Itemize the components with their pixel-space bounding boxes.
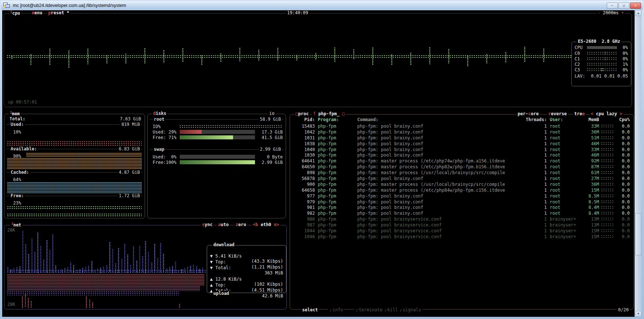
process-box: □proc f php-fpm_ □ per-core reverse tree… <box>290 114 634 309</box>
process-command: php-fpm: pool brainy.conf <box>357 153 523 158</box>
process-pid: 977 <box>292 194 315 199</box>
process-row[interactable]: 987 php-fpm php-fpm: pool brainyservice.… <box>290 222 633 228</box>
process-row[interactable]: 1040 php-fpm php-fpm: pool brainy.conf 1… <box>290 147 633 153</box>
footer-select[interactable]: select <box>301 307 319 312</box>
io-mode-toggle[interactable]: io <box>268 111 275 116</box>
process-pid: 986 <box>292 217 315 222</box>
reverse-toggle[interactable]: reverse <box>547 111 568 116</box>
net-zero-toggle[interactable]: zero <box>235 222 247 227</box>
footer-info[interactable]: info <box>328 307 344 312</box>
process-mem: 27M <box>584 176 599 181</box>
process-row[interactable]: 1044 php-fpm php-fpm: pool brainyservice… <box>290 228 633 234</box>
process-threads: 1 <box>523 188 547 193</box>
cpu-total-row: CPU 0% <box>575 45 628 50</box>
process-threads: 1 <box>523 199 547 204</box>
process-command: php-fpm: master process (/etc/php74w/php… <box>357 158 523 164</box>
process-user: root <box>550 194 584 199</box>
process-pid: 1038 <box>292 141 315 146</box>
process-row[interactable]: 64658 php-fpm php-fpm: master process (/… <box>290 187 633 193</box>
net-sync-toggle[interactable]: sync <box>201 222 214 227</box>
disks-box-title[interactable]: disks <box>152 111 167 116</box>
per-core-toggle[interactable]: per-core <box>517 111 540 116</box>
process-cpu: 0.0 <box>614 164 630 169</box>
upload-label: upload <box>212 291 230 296</box>
footer-kill[interactable]: kill <box>383 307 399 312</box>
process-row[interactable]: 900 php-fpm php-fpm: master process (/us… <box>290 181 633 187</box>
download-total-row: ▼ Total: 363 MiB <box>210 260 283 265</box>
process-mem: 15M <box>584 188 599 193</box>
iface-next-button[interactable]: n> <box>274 222 279 227</box>
process-box-title[interactable]: □proc <box>294 111 310 116</box>
process-row[interactable]: 64641 php-fpm php-fpm: master process (/… <box>290 158 633 164</box>
network-box-title[interactable]: 3net <box>10 222 22 228</box>
process-user: brainyser+ <box>550 222 584 228</box>
process-user: root <box>550 141 584 146</box>
process-mem-meter <box>601 235 614 238</box>
process-threads: 1 <box>523 205 547 210</box>
process-filter-input[interactable]: f php-fpm_ □ <box>312 111 346 116</box>
process-program: php-fpm <box>318 141 356 146</box>
process-pid: 1044 <box>292 228 315 233</box>
scroll-up-arrow[interactable]: ▲ <box>635 10 641 16</box>
process-row[interactable]: 1038 php-fpm php-fpm: pool brainy.conf 1… <box>290 141 633 147</box>
scroll-down-arrow[interactable]: ▼ <box>635 311 641 317</box>
minimize-button[interactable]: ─ <box>607 3 618 9</box>
process-user: brainyser+ <box>550 234 584 239</box>
process-mem: 33M <box>584 124 599 129</box>
process-program: php-fpm <box>318 130 356 135</box>
process-command: php-fpm: pool brainy.conf <box>357 211 523 216</box>
process-row[interactable]: 982 php-fpm php-fpm: pool brainy.conf 1 … <box>290 210 633 216</box>
process-row[interactable]: 1042 php-fpm php-fpm: pool brainy.conf 1… <box>290 129 633 135</box>
sort-prev-button[interactable]: < <box>591 111 593 116</box>
core3-row: C3 0% <box>575 67 628 72</box>
iface-prev-button[interactable]: <b <box>253 222 258 227</box>
memory-box-title[interactable]: 2mem <box>9 111 21 116</box>
mem-cached-graph <box>7 182 142 193</box>
process-pid: 1030 <box>292 153 315 158</box>
disk-root-used-row: Used: 29% 17.3 GiB <box>153 130 283 135</box>
process-row[interactable]: 986 php-fpm php-fpm: pool brainyservice.… <box>290 216 633 222</box>
process-pid: 979 <box>292 199 315 204</box>
footer-signals[interactable]: signals <box>398 307 422 312</box>
process-program: php-fpm <box>318 211 356 216</box>
process-user: root <box>550 164 584 169</box>
process-row[interactable]: 56878 php-fpm php-fpm: pool brainy.conf … <box>290 176 633 181</box>
process-row[interactable]: 1046 php-fpm php-fpm: pool brainyservice… <box>290 234 633 240</box>
net-auto-toggle[interactable]: auto <box>217 222 230 227</box>
core2-meter <box>587 63 617 66</box>
process-program: php-fpm <box>318 124 356 129</box>
mem-available-graph2 <box>7 158 142 170</box>
terminal-scrollbar[interactable]: ▲ ▼ <box>635 10 641 317</box>
download-top-row: ▼ Top: (1.21 Mibps) <box>210 254 283 259</box>
process-row[interactable]: 979 php-fpm php-fpm: pool brainy.conf 1 … <box>290 199 633 205</box>
process-row[interactable]: 64650 php-fpm php-fpm: master process (/… <box>290 164 633 170</box>
process-mem-meter <box>601 154 614 157</box>
footer-terminate[interactable]: terminate <box>354 307 384 312</box>
mem-available-graph <box>26 153 142 157</box>
tree-toggle[interactable]: tree <box>573 111 586 116</box>
network-box: 3net sync auto zero <b eth0 n> 28K 28K d… <box>4 225 287 309</box>
disk-swap-row: swap 2.99 GiB <box>150 149 283 150</box>
process-row[interactable]: 981 php-fpm php-fpm: pool brainy.conf 1 … <box>290 204 633 210</box>
disk-root-row: root 58.9 GiB <box>150 119 283 120</box>
maximize-button[interactable]: □ <box>618 3 629 9</box>
process-row[interactable]: 1030 php-fpm php-fpm: pool brainy.conf 1… <box>290 152 633 158</box>
process-row[interactable]: 15483 php-fpm php-fpm: pool brainy.conf … <box>290 123 633 129</box>
upload-graph <box>7 274 205 285</box>
process-cpu: 0.0 <box>614 158 630 164</box>
process-mem: 8.4M <box>584 211 599 216</box>
process-user: root <box>550 124 584 129</box>
process-threads: 1 <box>523 158 547 164</box>
disk-root-used-bar <box>180 130 255 134</box>
window-titlebar[interactable]: mc [root@ub24.itdeveloper.com.ua]:/lib/s… <box>1 1 643 10</box>
sort-next-button[interactable]: > <box>620 111 622 116</box>
close-button[interactable]: ✕ <box>630 3 641 9</box>
process-row[interactable]: 898 php-fpm php-fpm: master process (/us… <box>290 170 633 176</box>
terminal-screen: 1cpu menu preset * 19:40:09 - 2000ms + E… <box>2 10 635 317</box>
disk-swap-free-row: Free:100% 2.99 GiB <box>153 160 283 165</box>
process-command: php-fpm: pool brainyservice.conf <box>357 217 523 222</box>
process-row[interactable]: 977 php-fpm php-fpm: pool brainy.conf 1 … <box>290 193 633 199</box>
process-row[interactable]: 1031 php-fpm php-fpm: pool brainy.conf 1… <box>290 135 633 141</box>
process-table: 15483 php-fpm php-fpm: pool brainy.conf … <box>290 123 633 240</box>
scrollbar-thumb[interactable] <box>635 213 641 255</box>
